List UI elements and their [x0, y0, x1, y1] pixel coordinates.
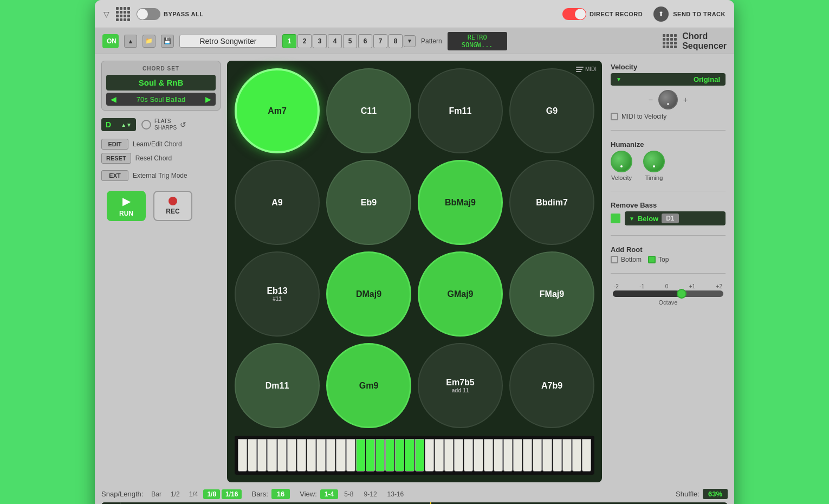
view-9-12[interactable]: 9-12 — [360, 489, 381, 499]
piano-white-key-35[interactable] — [582, 439, 591, 471]
piano-white-key-9[interactable] — [326, 439, 335, 471]
pattern-btn-1[interactable]: 1 — [282, 34, 296, 48]
chord-c11[interactable]: C11 — [326, 68, 411, 153]
chord-am7[interactable]: Am7 — [235, 68, 320, 153]
velocity-dropdown[interactable]: ▼ Original — [611, 73, 726, 86]
reset-button[interactable]: RESET — [101, 153, 131, 164]
direct-record-toggle[interactable]: DIRECT RECORD — [562, 8, 643, 20]
piano-white-key-22[interactable] — [454, 439, 463, 471]
chord-a9[interactable]: A9 — [235, 160, 320, 245]
chord-set-next[interactable]: ▶ — [205, 95, 211, 104]
chord-dmaj9[interactable]: DMaj9 — [326, 251, 411, 337]
piano-white-key-8[interactable] — [316, 439, 326, 471]
piano-white-key-6[interactable] — [297, 439, 306, 471]
piano-white-key-27[interactable] — [503, 439, 513, 471]
piano-white-key-26[interactable] — [494, 439, 503, 471]
pattern-btn-3[interactable]: 3 — [313, 34, 327, 48]
piano-white-key-19[interactable] — [425, 439, 434, 471]
piano-white-key-33[interactable] — [562, 439, 572, 471]
piano-white-key-34[interactable] — [572, 439, 581, 471]
root-top-checkbox[interactable] — [648, 256, 656, 263]
piano-white-key-24[interactable] — [474, 439, 483, 471]
pattern-btn-7[interactable]: 7 — [373, 34, 387, 48]
piano-white-key-7[interactable] — [307, 439, 316, 471]
flats-sharps-radio[interactable] — [141, 120, 151, 130]
pattern-btn-8[interactable]: 8 — [388, 34, 403, 48]
chord-eb13[interactable]: Eb13#11 — [235, 251, 320, 337]
humanize-velocity-knob[interactable] — [611, 151, 632, 172]
piano-white-key-18[interactable] — [415, 439, 424, 471]
chord-a7b9[interactable]: A7b9 — [509, 343, 594, 428]
view-13-16[interactable]: 13-16 — [383, 489, 409, 499]
piano-white-key-10[interactable] — [336, 439, 345, 471]
edit-button[interactable]: EDIT — [101, 139, 128, 150]
send-to-track[interactable]: ⬆ SEND TO TRACK — [653, 7, 726, 22]
folder-btn[interactable]: 📁 — [143, 35, 156, 48]
piano-white-key-28[interactable] — [513, 439, 522, 471]
piano-white-key-21[interactable] — [444, 439, 454, 471]
pattern-display[interactable]: RETRO SONGW... — [448, 32, 507, 50]
chord-dm11[interactable]: Dm11 — [235, 343, 320, 428]
on-button[interactable]: ON — [102, 34, 119, 48]
chord-set-prev[interactable]: ◀ — [111, 95, 116, 104]
piano-white-key-25[interactable] — [484, 439, 493, 471]
snap-eighth-btn[interactable]: 1/8 — [203, 489, 220, 499]
piano-white-key-11[interactable] — [346, 439, 355, 471]
chord-fm11[interactable]: Fm11 — [418, 68, 503, 153]
run-button[interactable]: ▶ RUN — [107, 191, 146, 221]
piano-white-key-17[interactable] — [405, 439, 414, 471]
octave-slider-track[interactable] — [613, 290, 723, 297]
piano-white-key-29[interactable] — [523, 439, 532, 471]
chord-bbdim7[interactable]: Bbdim7 — [509, 160, 594, 245]
pattern-btn-4[interactable]: 4 — [328, 34, 342, 48]
view-1-4[interactable]: 1-4 — [320, 489, 338, 499]
snap-quarter-btn[interactable]: 1/4 — [185, 489, 202, 499]
rec-button[interactable]: REC — [153, 191, 192, 221]
piano-white-key-1[interactable] — [248, 439, 257, 471]
menu-arrow-icon[interactable]: ▽ — [103, 10, 109, 18]
shuffle-value[interactable]: 63% — [703, 489, 728, 499]
bypass-track[interactable] — [137, 8, 160, 20]
snap-bar-btn[interactable]: Bar — [147, 489, 165, 499]
midi-velocity-checkbox[interactable] — [611, 113, 618, 120]
piano-white-key-13[interactable] — [366, 439, 375, 471]
velocity-knob[interactable] — [658, 90, 678, 109]
chord-g9[interactable]: G9 — [509, 68, 594, 153]
chord-set-nav[interactable]: ◀ 70s Soul Ballad ▶ — [106, 93, 216, 106]
pattern-dropdown[interactable]: ▼ — [404, 35, 416, 47]
piano-white-key-23[interactable] — [464, 439, 473, 471]
note-display[interactable]: D1 — [662, 214, 678, 223]
piano-white-key-30[interactable] — [533, 439, 542, 471]
chord-eb9[interactable]: Eb9 — [326, 160, 411, 245]
velocity-plus[interactable]: + — [683, 95, 688, 104]
piano-white-key-5[interactable] — [287, 439, 296, 471]
piano-white-key-4[interactable] — [277, 439, 287, 471]
chord-bbmaj9[interactable]: BbMaj9 — [418, 160, 503, 245]
below-dropdown[interactable]: ▼ Below D1 — [625, 211, 726, 225]
save-btn[interactable]: 💾 — [161, 35, 174, 48]
velocity-minus[interactable]: − — [649, 95, 653, 104]
refresh-icon[interactable]: ↺ — [180, 120, 186, 129]
chord-gmaj9[interactable]: GMaj9 — [418, 251, 503, 337]
piano-white-key-32[interactable] — [553, 439, 562, 471]
piano-white-key-3[interactable] — [267, 439, 276, 471]
view-5-8[interactable]: 5-8 — [340, 489, 358, 499]
chord-em7b5[interactable]: Em7b5add 11 — [418, 343, 503, 428]
preset-name[interactable]: Retro Songwriter — [179, 35, 277, 48]
remove-bass-toggle[interactable] — [611, 214, 620, 223]
piano-white-key-2[interactable] — [257, 439, 267, 471]
chord-gm9[interactable]: Gm9 — [326, 343, 411, 428]
snap-half-btn[interactable]: 1/2 — [167, 489, 184, 499]
piano-white-key-0[interactable] — [238, 439, 247, 471]
key-select[interactable]: D ▲▼ — [101, 118, 136, 131]
root-bottom-checkbox[interactable] — [611, 256, 618, 263]
piano-white-key-20[interactable] — [435, 439, 444, 471]
pattern-btn-5[interactable]: 5 — [343, 34, 357, 48]
pattern-btn-6[interactable]: 6 — [358, 34, 372, 48]
grid-icon[interactable] — [116, 7, 130, 21]
chord-set-name[interactable]: Soul & RnB — [106, 75, 216, 91]
piano-white-key-12[interactable] — [356, 439, 365, 471]
direct-record-track[interactable] — [562, 8, 586, 20]
chord-fmaj9[interactable]: FMaj9 — [509, 251, 594, 337]
piano-white-key-15[interactable] — [385, 439, 394, 471]
